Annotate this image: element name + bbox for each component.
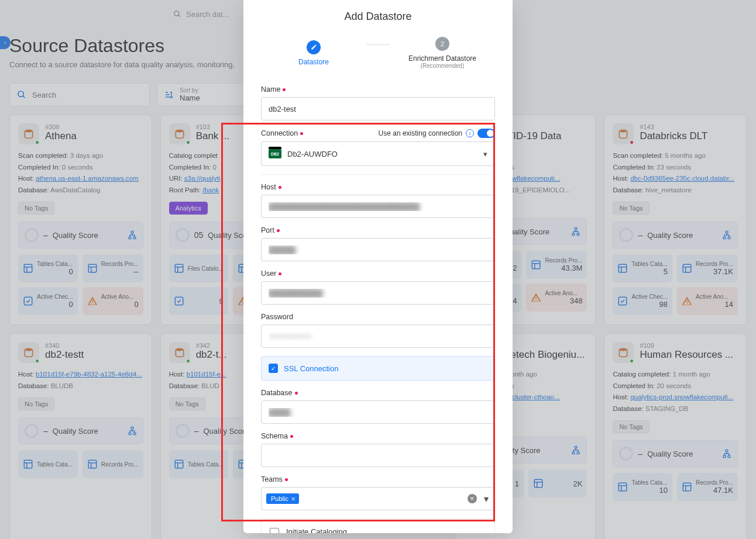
step-1-circle[interactable] bbox=[307, 40, 321, 54]
port-field[interactable] bbox=[261, 238, 495, 261]
svg-rect-75 bbox=[534, 479, 542, 488]
svg-point-58 bbox=[176, 348, 183, 351]
database-field[interactable] bbox=[261, 400, 495, 424]
datastore-icon bbox=[18, 123, 39, 144]
tree-icon[interactable] bbox=[722, 230, 731, 240]
svg-rect-6 bbox=[129, 237, 131, 239]
svg-point-0 bbox=[174, 11, 179, 16]
svg-rect-81 bbox=[728, 456, 730, 458]
svg-rect-11 bbox=[88, 264, 97, 272]
check-square-icon bbox=[617, 296, 628, 306]
card-id: #143 bbox=[640, 123, 707, 130]
svg-rect-71 bbox=[577, 452, 579, 454]
warning-icon bbox=[87, 296, 98, 306]
clear-icon[interactable]: ✕ bbox=[468, 494, 477, 503]
donut-icon bbox=[176, 228, 190, 242]
card-name: db2-testt bbox=[45, 349, 84, 361]
global-search-placeholder: Search dat... bbox=[186, 10, 229, 19]
datastore-card[interactable]: #340 db2-testt Host: b101d15f-e79b-4832-… bbox=[9, 333, 152, 539]
datastore-icon bbox=[613, 123, 634, 144]
svg-rect-80 bbox=[723, 456, 726, 458]
datastore-card[interactable]: #308 Athena Scan completed: 3 days agoCo… bbox=[9, 115, 152, 325]
card-meta: Scan completed: 3 days agoCompleted In: … bbox=[18, 150, 143, 196]
svg-rect-52 bbox=[24, 460, 32, 468]
stepper: Datastore 2 Enrichment Datastore (Recomm… bbox=[261, 37, 495, 69]
add-datastore-modal: Add Datastore Datastore 2 Enrichment Dat… bbox=[243, 0, 513, 533]
tree-icon[interactable] bbox=[571, 445, 580, 455]
warning-icon bbox=[682, 296, 692, 306]
host-field[interactable] bbox=[261, 195, 495, 218]
svg-rect-40 bbox=[728, 237, 730, 239]
search-input[interactable]: Search bbox=[9, 83, 150, 106]
team-chip[interactable]: Public✕ bbox=[266, 493, 299, 504]
svg-point-4 bbox=[25, 130, 32, 133]
card-id: #340 bbox=[45, 342, 84, 349]
svg-point-78 bbox=[620, 348, 627, 351]
step-2-circle[interactable]: 2 bbox=[435, 37, 449, 51]
password-field[interactable] bbox=[261, 324, 495, 348]
stat-box: Tables Cata... bbox=[169, 450, 228, 478]
card-id: #342 bbox=[196, 342, 227, 349]
use-existing-toggle[interactable] bbox=[477, 129, 495, 138]
connection-select[interactable]: DB2 Db2-AUWDFO ▾ bbox=[261, 141, 495, 166]
datastore-icon bbox=[169, 123, 190, 144]
check-square-icon bbox=[23, 296, 33, 306]
svg-rect-69 bbox=[575, 447, 577, 448]
quality-score-row[interactable]: – Quality Score bbox=[613, 440, 738, 467]
svg-point-15 bbox=[176, 130, 183, 133]
ssl-checkbox[interactable]: ✓ SSL Connection bbox=[261, 356, 495, 381]
tag-chip: No Tags bbox=[18, 202, 54, 215]
card-name: Databricks DLT bbox=[640, 130, 707, 142]
tag-chip: Analytics bbox=[169, 202, 208, 215]
svg-rect-44 bbox=[683, 264, 691, 272]
svg-rect-39 bbox=[723, 237, 726, 239]
initiate-cataloging-option[interactable]: Initiate Cataloging Automatically start … bbox=[261, 519, 495, 533]
svg-rect-47 bbox=[619, 297, 627, 305]
search-icon bbox=[173, 10, 181, 18]
quality-score-row[interactable]: – Quality Score bbox=[613, 222, 738, 248]
svg-rect-82 bbox=[619, 483, 627, 491]
checkbox-icon[interactable] bbox=[270, 528, 279, 533]
tree-icon[interactable] bbox=[128, 230, 137, 240]
table-icon bbox=[682, 263, 692, 274]
tag-chip: No Tags bbox=[18, 398, 54, 410]
svg-rect-5 bbox=[131, 232, 133, 233]
quality-score-row[interactable]: – Quality Score bbox=[18, 417, 143, 444]
schema-field[interactable] bbox=[261, 444, 495, 467]
card-id: #308 bbox=[45, 123, 77, 130]
global-search[interactable]: Search dat... bbox=[173, 10, 229, 19]
donut-icon bbox=[25, 424, 39, 438]
info-icon[interactable]: i bbox=[466, 129, 474, 137]
card-name: Bank ... bbox=[196, 130, 230, 142]
tree-icon[interactable] bbox=[722, 449, 731, 458]
user-field[interactable] bbox=[261, 281, 495, 305]
teams-select[interactable]: Public✕ ✕ ▾ bbox=[261, 487, 495, 510]
datastore-icon bbox=[169, 342, 190, 363]
close-icon[interactable]: ✕ bbox=[291, 496, 295, 502]
stat-box: Active Ano...14 bbox=[677, 287, 738, 315]
table-icon bbox=[87, 459, 98, 469]
card-name: db2-t... bbox=[196, 349, 227, 361]
stat-box: Records Pro...47.1K bbox=[677, 473, 738, 501]
tree-icon[interactable] bbox=[571, 227, 580, 236]
svg-rect-85 bbox=[683, 483, 691, 491]
card-meta: Scan completed: 5 months agoCompleted In… bbox=[613, 150, 738, 196]
quality-score-row[interactable]: – Quality Score bbox=[18, 222, 143, 248]
donut-icon bbox=[619, 447, 633, 461]
svg-point-48 bbox=[25, 348, 32, 351]
datastore-card[interactable]: #143 Databricks DLT Scan completed: 5 mo… bbox=[604, 115, 747, 325]
stat-box: Active Chec...98 bbox=[613, 287, 672, 315]
svg-rect-49 bbox=[131, 427, 133, 429]
svg-rect-14 bbox=[24, 297, 32, 305]
svg-line-3 bbox=[23, 96, 25, 98]
table-icon bbox=[23, 459, 33, 469]
datastore-card[interactable]: #109 Human Resources ... Catalog complet… bbox=[604, 333, 747, 539]
card-id: #103 bbox=[196, 123, 230, 130]
card-name: Athena bbox=[45, 130, 77, 142]
svg-rect-38 bbox=[726, 232, 728, 233]
svg-rect-55 bbox=[88, 460, 97, 468]
tag-chip: No Tags bbox=[613, 420, 649, 433]
table-icon bbox=[87, 263, 98, 274]
name-field[interactable] bbox=[261, 97, 495, 120]
tree-icon[interactable] bbox=[128, 426, 137, 436]
